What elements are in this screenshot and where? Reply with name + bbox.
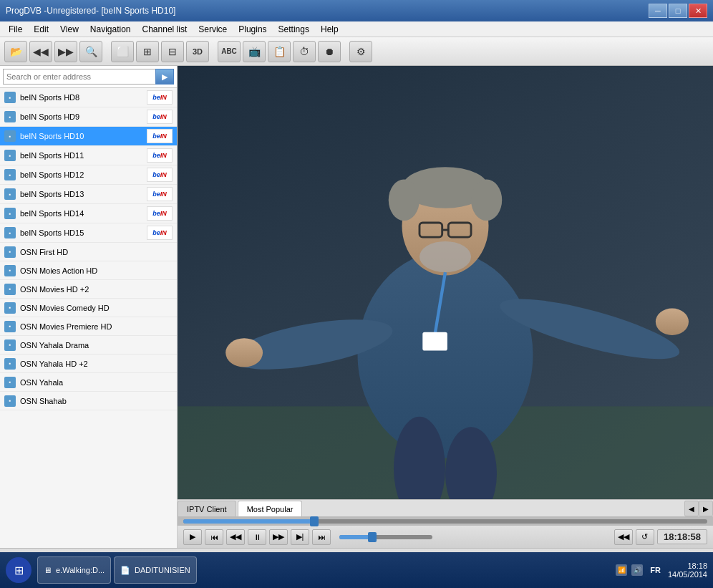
menu-help[interactable]: Help (315, 23, 344, 36)
toolbar-timer[interactable]: ⏱ (293, 41, 316, 62)
channel-list[interactable]: beIN Sports HD8beINbeIN Sports HD9beINbe… (0, 88, 177, 548)
channel-item[interactable]: beIN Sports HD13beIN (0, 185, 177, 204)
channel-icon (4, 339, 16, 351)
menu-edit[interactable]: Edit (28, 23, 54, 36)
minimize-button[interactable]: ─ (649, 4, 667, 18)
toolbar-epg[interactable]: 📋 (268, 41, 291, 62)
progress-bar-container[interactable] (178, 517, 713, 526)
svg-point-2 (358, 251, 533, 458)
channel-logo: beIN (147, 187, 173, 201)
tab-most-popular[interactable]: Most Popular (238, 501, 303, 516)
channel-logo: beIN (147, 90, 173, 105)
channel-name: OSN Yahala HD +2 (20, 360, 173, 368)
progress-handle[interactable] (310, 516, 319, 526)
channel-logo: beIN (147, 148, 173, 163)
search-button[interactable]: ▶ (155, 69, 174, 85)
channel-item[interactable]: beIN Sports HD10beIN (0, 127, 177, 146)
channel-item[interactable]: OSN Yahala (0, 373, 177, 392)
toolbar-view3[interactable]: ⊟ (161, 41, 184, 62)
search-input[interactable] (3, 69, 155, 85)
volume-handle[interactable] (368, 532, 377, 542)
channel-item[interactable]: OSN Movies HD +2 (0, 280, 177, 299)
toolbar-view2[interactable]: ⊞ (136, 41, 159, 62)
channel-name: beIN Sports HD10 (20, 132, 147, 140)
channel-item[interactable]: OSN Moies Action HD (0, 261, 177, 280)
pause-button[interactable]: ⏸ (248, 529, 266, 545)
channel-item[interactable]: OSN First HD (0, 243, 177, 261)
channel-name: beIN Sports HD15 (20, 228, 147, 237)
menu-view[interactable]: View (54, 23, 84, 36)
menu-file[interactable]: File (3, 23, 28, 36)
channel-name: beIN Sports HD12 (20, 170, 147, 179)
channel-name: OSN Yahala (20, 378, 173, 387)
app-icon-walking: 🖥 (44, 566, 52, 574)
rew-button[interactable]: ◀◀ (226, 529, 245, 545)
step-button[interactable]: ▶| (291, 529, 309, 545)
toolbar-search[interactable]: 🔍 (79, 41, 102, 62)
search-bar: ▶ (0, 66, 177, 88)
tab-nav-prev[interactable]: ◀ (684, 501, 699, 516)
clock-date: 14/05/2014 (668, 570, 707, 579)
channel-item[interactable]: beIN Sports HD9beIN (0, 107, 177, 127)
volume-slider-container[interactable] (334, 535, 477, 539)
channel-icon (4, 358, 16, 370)
clock-time: 18:18 (668, 562, 707, 570)
taskbar-app-dadi[interactable]: 📄 DADITUNISIEN (114, 556, 197, 584)
channel-item[interactable]: OSN Yahala HD +2 (0, 355, 177, 373)
toolbar-3d[interactable]: 3D (186, 41, 209, 62)
channel-item[interactable]: beIN Sports HD11beIN (0, 146, 177, 165)
toolbar: 📂 ◀◀ ▶▶ 🔍 ⬜ ⊞ ⊟ 3D ABC 📺 📋 ⏱ ⏺ ⚙ (0, 37, 713, 66)
channel-item[interactable]: beIN Sports HD14beIN (0, 204, 177, 223)
volume-track[interactable] (339, 535, 432, 539)
maximize-button[interactable]: □ (669, 4, 687, 18)
video-screen[interactable]: 🏳 ⏱ 57:15 KHO 0-2 SAD LIVE beIN SPORTS H… (178, 66, 713, 499)
menu-channel-list[interactable]: Channel list (137, 23, 193, 36)
menu-plugins[interactable]: Plugins (233, 23, 272, 36)
channel-item[interactable]: OSN Shahab (0, 392, 177, 410)
fwd-button[interactable]: ▶▶ (269, 529, 288, 545)
toolbar-next[interactable]: ▶▶ (54, 41, 77, 62)
end-button[interactable]: ⏭ (312, 529, 331, 545)
svg-rect-17 (422, 332, 447, 351)
prev-button[interactable]: ⏮ (205, 529, 223, 545)
channel-name: OSN Movies Comedy HD (20, 304, 173, 312)
toolbar-rec[interactable]: ⏺ (318, 41, 341, 62)
bottom-tabs: IPTV Client Most Popular ◀ ▶ (178, 499, 713, 516)
tab-nav-next[interactable]: ▶ (699, 501, 713, 516)
taskbar-app-walking[interactable]: 🖥 e.Walking:D... (37, 556, 111, 584)
taskbar: ⊞ 🖥 e.Walking:D... 📄 DADITUNISIEN 📶 🔊 FR… (0, 552, 713, 588)
menu-settings[interactable]: Settings (273, 23, 315, 36)
tab-iptv-client[interactable]: IPTV Client (178, 501, 236, 516)
repeat-ctrl[interactable]: ↺ (636, 529, 654, 545)
channel-item[interactable]: OSN Movies Comedy HD (0, 299, 177, 317)
video-content (178, 66, 713, 499)
app-label-walking: e.Walking:D... (56, 566, 105, 574)
channel-item[interactable]: OSN Movies Premiere HD (0, 317, 177, 336)
channel-icon (4, 111, 16, 122)
toolbar-prev[interactable]: ◀◀ (29, 41, 52, 62)
toolbar-tv[interactable]: 📺 (243, 41, 266, 62)
channel-icon (4, 246, 16, 258)
channel-icon (4, 188, 16, 200)
channel-icon (4, 284, 16, 295)
toolbar-open[interactable]: 📂 (4, 41, 27, 62)
close-button[interactable]: ✕ (689, 4, 707, 18)
toolbar-view1[interactable]: ⬜ (111, 41, 134, 62)
play-button[interactable]: ▶ (183, 529, 202, 545)
player-controls: ▶ ⏮ ◀◀ ⏸ ▶▶ ▶| ⏭ ◀◀ ↺ 18:18:58 (178, 516, 713, 548)
menu-service[interactable]: Service (193, 23, 233, 36)
channel-name: beIN Sports HD13 (20, 190, 147, 198)
menu-navigation[interactable]: Navigation (84, 23, 137, 36)
progress-bar-track[interactable] (183, 519, 707, 524)
channel-name: beIN Sports HD14 (20, 209, 147, 218)
channel-item[interactable]: beIN Sports HD15beIN (0, 223, 177, 243)
channel-item[interactable]: OSN Yahala Drama (0, 336, 177, 355)
toolbar-abc[interactable]: ABC (218, 41, 241, 62)
toolbar-settings[interactable]: ⚙ (349, 41, 372, 62)
channel-item[interactable]: beIN Sports HD12beIN (0, 165, 177, 185)
rewind-ctrl[interactable]: ◀◀ (614, 529, 633, 545)
tray-network: 📶 (616, 564, 627, 576)
channel-name: OSN Movies HD +2 (20, 285, 173, 294)
channel-item[interactable]: beIN Sports HD8beIN (0, 88, 177, 107)
start-button[interactable]: ⊞ (6, 557, 31, 583)
